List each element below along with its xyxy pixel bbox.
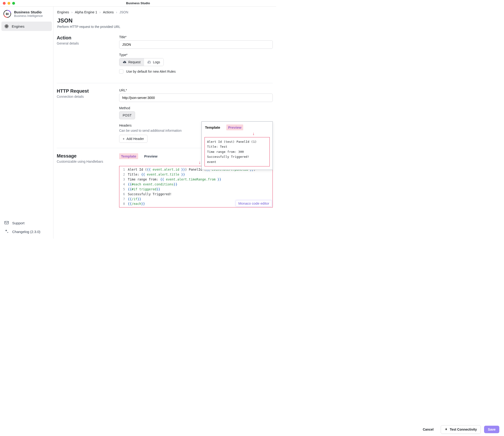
- plus-icon: +: [123, 137, 125, 141]
- overlay-tab-preview[interactable]: Preview: [226, 125, 243, 130]
- section-message-subtitle: Customizable using Handlebars: [57, 160, 114, 164]
- svg-rect-3: [6, 26, 7, 27]
- breadcrumb-actions[interactable]: Actions: [103, 10, 114, 14]
- type-label: Type*: [119, 53, 273, 57]
- add-header-button[interactable]: + Add Header: [119, 135, 147, 143]
- chevron-right-icon: ›: [116, 10, 117, 14]
- traffic-lights: [0, 2, 15, 5]
- svg-text:BI: BI: [6, 12, 9, 16]
- chevron-right-icon: ›: [72, 10, 73, 14]
- page-subtitle: Perform HTTP request to the provided URL: [57, 24, 273, 33]
- close-window-button[interactable]: [3, 2, 6, 5]
- section-http-title: HTTP Request: [57, 88, 114, 94]
- sidebar-changelog-label: Changelog (2.3.0): [12, 230, 40, 234]
- sidebar: BI Business Studio Business Intelligence…: [0, 7, 54, 239]
- fullscreen-window-button[interactable]: [12, 2, 15, 5]
- brand-subtitle: Business Intelligence: [14, 14, 43, 18]
- section-http-subtitle: Connection details: [57, 95, 114, 99]
- breadcrumb-engine[interactable]: Alpha Engine 1: [75, 10, 97, 14]
- sidebar-nav: Engines: [0, 22, 53, 31]
- preview-body: Alert Id (test) PanelId (1)Title: TestTi…: [204, 137, 270, 166]
- add-header-label: Add Header: [126, 137, 144, 141]
- sidebar-item-engines[interactable]: Engines: [1, 22, 52, 31]
- brand-name: Business Studio: [14, 10, 43, 14]
- type-logs-option[interactable]: Logs: [144, 58, 163, 66]
- type-segmented: Request Logs: [119, 58, 164, 66]
- monaco-badge: Monaco code editor: [236, 200, 272, 207]
- arrow-down-icon: ↓: [237, 131, 270, 136]
- sidebar-item-label: Engines: [12, 24, 24, 28]
- svg-point-18: [148, 62, 148, 63]
- svg-rect-2: [6, 25, 8, 27]
- svg-rect-16: [5, 221, 9, 224]
- breadcrumb: Engines › Alpha Engine 1 › Actions › JSO…: [57, 9, 273, 17]
- breadcrumb-engines[interactable]: Engines: [57, 10, 69, 14]
- default-alert-checkbox[interactable]: [119, 69, 123, 74]
- cpu-icon: [4, 24, 9, 29]
- chevron-right-icon: ›: [100, 10, 101, 14]
- cloud-upload-icon: [123, 60, 126, 64]
- title-label: Title*: [119, 35, 273, 39]
- main-content: Engines › Alpha Engine 1 › Actions › JSO…: [54, 7, 276, 239]
- page-title: JSON: [57, 17, 273, 24]
- sidebar-support-label: Support: [12, 221, 25, 225]
- brand: BI Business Studio Business Intelligence: [0, 7, 53, 22]
- section-message-title: Message: [57, 153, 114, 159]
- method-label: Method: [119, 106, 273, 110]
- disk-icon: [147, 60, 151, 64]
- titlebar: Business Studio: [0, 0, 276, 7]
- section-action-subtitle: General details: [57, 42, 114, 45]
- breadcrumb-current: JSON: [119, 10, 128, 14]
- type-logs-label: Logs: [153, 60, 160, 64]
- title-input[interactable]: [119, 40, 273, 49]
- method-value[interactable]: POST: [119, 111, 135, 119]
- minimize-window-button[interactable]: [8, 2, 10, 5]
- window-title: Business Studio: [126, 1, 150, 5]
- type-request-option[interactable]: Request: [119, 58, 144, 66]
- tab-preview[interactable]: Preview: [144, 153, 158, 159]
- section-action: Action General details Title* Type*: [57, 33, 273, 83]
- overlay-tab-template[interactable]: Template: [204, 125, 221, 130]
- sidebar-support[interactable]: Support: [1, 219, 52, 227]
- preview-overlay: Template Preview ↓ Alert Id (test) Panel…: [202, 121, 273, 170]
- section-action-title: Action: [57, 35, 114, 41]
- default-alert-label: Use by default for new Alert Rules: [126, 70, 176, 73]
- mail-icon: [4, 221, 9, 225]
- type-request-label: Request: [128, 60, 140, 64]
- sparkle-icon: [4, 229, 9, 234]
- url-label: URL*: [119, 88, 273, 92]
- brand-logo: BI: [3, 10, 11, 18]
- tab-template[interactable]: Template: [119, 153, 138, 159]
- sidebar-changelog[interactable]: Changelog (2.3.0): [1, 227, 52, 236]
- url-input[interactable]: [119, 93, 273, 102]
